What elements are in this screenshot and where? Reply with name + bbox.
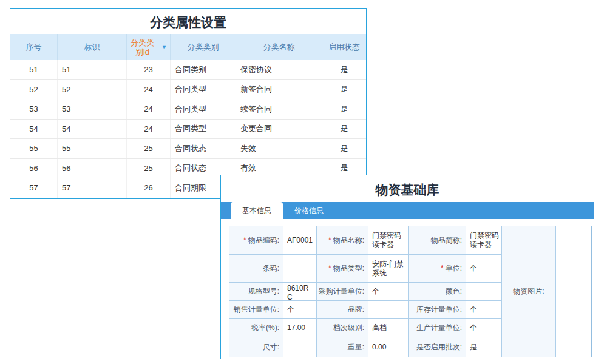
form-field-label-text: 重量: bbox=[348, 343, 364, 352]
form-field-value[interactable]: 高档 bbox=[368, 319, 408, 337]
form-field-value[interactable]: 门禁密码读卡器 bbox=[368, 226, 408, 254]
form-field-label: 税率(%): bbox=[229, 319, 283, 337]
table-cell: 新签合同 bbox=[236, 80, 322, 99]
material-window-title: 物资基础库 bbox=[221, 175, 594, 202]
form-field-value[interactable]: 个 bbox=[283, 301, 316, 318]
column-header-label: 分类类别id bbox=[127, 38, 158, 56]
table-cell: 56 bbox=[58, 159, 127, 178]
table-cell: 是 bbox=[322, 99, 366, 119]
material-image-label: 物资图片: bbox=[502, 226, 555, 357]
table-cell: 续签合同 bbox=[236, 99, 322, 119]
column-header[interactable]: 分类类别 bbox=[171, 34, 236, 60]
material-image-value[interactable] bbox=[556, 226, 591, 357]
form-field-label-text: 是否启用批次: bbox=[416, 343, 462, 352]
form-field-label: 库存计量单位: bbox=[409, 301, 466, 318]
table-cell: 是 bbox=[322, 120, 366, 139]
tab-price-info[interactable]: 价格信息 bbox=[283, 202, 335, 219]
form-field-value[interactable]: AF0001 bbox=[283, 226, 316, 254]
column-header[interactable]: 标识 bbox=[58, 34, 127, 60]
form-field-value[interactable]: 0.00 bbox=[368, 337, 408, 357]
table-cell: 23 bbox=[127, 60, 171, 79]
table-row[interactable]: 525224合同类型新签合同是 bbox=[10, 80, 366, 100]
table-row[interactable]: 515123合同类别保密协议是 bbox=[10, 60, 366, 80]
table-cell: 24 bbox=[127, 80, 171, 99]
form-field-value[interactable]: 8610RC bbox=[283, 283, 316, 300]
form-field-label-text: 生产计量单位: bbox=[416, 323, 462, 332]
table-cell: 57 bbox=[58, 178, 127, 198]
category-table-header: 序号标识分类类别id▼分类类别分类名称启用状态 bbox=[10, 34, 366, 60]
form-field-label-text: 单位: bbox=[446, 264, 462, 273]
table-cell: 55 bbox=[10, 139, 58, 158]
form-field-label: 颜色: bbox=[409, 283, 466, 300]
form-field-value[interactable]: 个 bbox=[466, 319, 501, 337]
table-cell: 55 bbox=[58, 139, 127, 158]
form-field-label-text: 物品类型: bbox=[333, 264, 364, 273]
material-basic-info-form: *物品编码:AF0001*物品名称:门禁密码读卡器物品简称:门禁密码读卡器条码:… bbox=[229, 226, 592, 357]
form-field-label-text: 规格型号: bbox=[248, 287, 279, 296]
form-field-label: 生产计量单位: bbox=[409, 319, 466, 337]
form-field-value[interactable] bbox=[368, 301, 408, 318]
form-field-value[interactable]: 安防-门禁系统 bbox=[368, 255, 408, 282]
form-field-value[interactable] bbox=[283, 255, 316, 282]
table-cell: 53 bbox=[58, 99, 127, 119]
form-field-label: 销售计量单位: bbox=[229, 301, 283, 318]
form-field-label: *物品类型: bbox=[317, 255, 368, 282]
table-cell: 57 bbox=[10, 178, 58, 198]
form-field-label: 尺寸: bbox=[229, 337, 283, 357]
table-row[interactable]: 535324合同类型续签合同是 bbox=[10, 99, 366, 120]
form-field-value[interactable]: 个 bbox=[466, 301, 501, 318]
material-tabs: 基本信息价格信息 bbox=[221, 202, 594, 219]
form-field-label: 采购计量单位: bbox=[317, 283, 368, 300]
form-field-value[interactable]: 是 bbox=[466, 337, 501, 357]
form-field-label-text: 库存计量单位: bbox=[416, 305, 462, 314]
table-cell: 25 bbox=[127, 159, 171, 178]
table-cell: 是 bbox=[322, 80, 366, 99]
form-field-label-text: 品牌: bbox=[348, 305, 364, 314]
form-field-label: 是否启用批次: bbox=[409, 337, 466, 357]
form-field-label-text: 物品简称: bbox=[431, 236, 462, 245]
column-header[interactable]: 启用状态 bbox=[322, 34, 366, 60]
required-asterisk: * bbox=[328, 264, 331, 273]
required-asterisk: * bbox=[441, 264, 444, 273]
column-header[interactable]: 分类名称 bbox=[236, 34, 322, 60]
form-field-value[interactable]: 门禁密码读卡器 bbox=[466, 226, 501, 254]
form-field-label: 档次级别: bbox=[317, 319, 368, 337]
table-cell: 51 bbox=[10, 60, 58, 79]
table-cell: 52 bbox=[58, 80, 127, 99]
table-cell: 26 bbox=[127, 178, 171, 198]
table-cell: 51 bbox=[58, 60, 127, 79]
form-field-value[interactable] bbox=[466, 283, 501, 300]
form-field-label-text: 尺寸: bbox=[263, 343, 279, 352]
table-row[interactable]: 545424合同类型变更合同是 bbox=[10, 120, 366, 140]
form-field-label-text: 销售计量单位: bbox=[234, 305, 279, 314]
table-cell: 合同类型 bbox=[171, 80, 236, 99]
table-cell: 54 bbox=[10, 120, 58, 139]
column-header-sorted[interactable]: 分类类别id▼ bbox=[127, 34, 171, 60]
table-row[interactable]: 555525合同状态失效是 bbox=[10, 139, 366, 159]
table-cell: 24 bbox=[127, 120, 171, 139]
tab-basic-info[interactable]: 基本信息 bbox=[231, 202, 283, 219]
form-field-label: *物品编码: bbox=[229, 226, 283, 254]
table-cell: 25 bbox=[127, 139, 171, 158]
table-cell: 合同类型 bbox=[171, 120, 236, 139]
table-cell: 53 bbox=[10, 99, 58, 119]
form-field-label: 品牌: bbox=[317, 301, 368, 318]
required-asterisk: * bbox=[243, 236, 246, 245]
form-field-label-text: 颜色: bbox=[446, 287, 462, 296]
form-field-label-text: 税率(%): bbox=[251, 323, 279, 332]
column-header[interactable]: 序号 bbox=[10, 34, 58, 60]
table-cell: 52 bbox=[10, 80, 58, 99]
form-field-label-text: 采购计量单位: bbox=[319, 287, 364, 296]
form-field-value[interactable]: 个 bbox=[466, 255, 501, 282]
form-field-label-text: 物品编码: bbox=[248, 236, 279, 245]
table-cell: 合同类别 bbox=[171, 60, 236, 79]
form-field-value[interactable]: 17.00 bbox=[283, 319, 316, 337]
form-field-label-text: 物品名称: bbox=[333, 236, 364, 245]
sort-down-icon[interactable]: ▼ bbox=[158, 44, 170, 50]
form-field-value[interactable]: 个 bbox=[368, 283, 408, 300]
form-field-label-text: 条码: bbox=[263, 264, 279, 273]
form-field-value[interactable] bbox=[283, 337, 316, 357]
table-cell: 是 bbox=[322, 139, 366, 158]
form-field-label-text: 档次级别: bbox=[333, 323, 364, 332]
category-attribute-window: 分类属性设置 序号标识分类类别id▼分类类别分类名称启用状态 515123合同类… bbox=[10, 8, 367, 199]
